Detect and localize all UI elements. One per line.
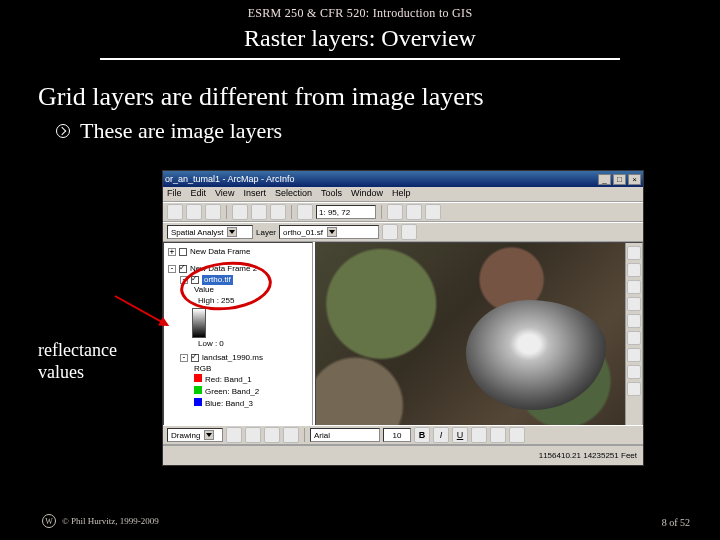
menu-file[interactable]: File: [167, 188, 182, 200]
print-icon[interactable]: [205, 204, 221, 220]
drawing-toolbar: Drawing Arial 10 B I U: [163, 425, 643, 445]
chevron-down-icon[interactable]: [227, 227, 237, 237]
analyst-label: Spatial Analyst: [171, 228, 223, 237]
spatial-analyst-toolbar: Spatial Analyst Layer ortho_01.sf: [163, 222, 643, 242]
page-number: 8 of 52: [662, 517, 690, 528]
contour-icon[interactable]: [401, 224, 417, 240]
full-extent-icon[interactable]: [627, 297, 641, 311]
spatial-analyst-menu[interactable]: Spatial Analyst: [167, 225, 253, 239]
zoom-in-icon[interactable]: [627, 246, 641, 260]
identify-icon[interactable]: [627, 331, 641, 345]
legend-high: High : 255: [198, 296, 308, 307]
menu-help[interactable]: Help: [392, 188, 411, 200]
rectangle-icon[interactable]: [264, 427, 280, 443]
grayscale-ramp-icon: [192, 308, 206, 338]
layer-landsat[interactable]: - landsat_1990.ms: [180, 353, 308, 364]
checkbox[interactable]: [191, 354, 199, 362]
menu-insert[interactable]: Insert: [243, 188, 266, 200]
red-swatch-icon: [194, 374, 202, 382]
minimize-button[interactable]: _: [598, 174, 611, 185]
pan-icon[interactable]: [627, 280, 641, 294]
legend-low: Low : 0: [198, 339, 308, 350]
green-swatch-icon: [194, 386, 202, 394]
text-icon[interactable]: [283, 427, 299, 443]
menu-edit[interactable]: Edit: [191, 188, 207, 200]
coordinates-readout: 1156410.21 14235251 Feet: [539, 451, 637, 460]
menu-view[interactable]: View: [215, 188, 234, 200]
save-icon[interactable]: [186, 204, 202, 220]
chevron-down-icon[interactable]: [327, 227, 337, 237]
find-icon[interactable]: [627, 348, 641, 362]
close-button[interactable]: ×: [628, 174, 641, 185]
rotate-icon[interactable]: [245, 427, 261, 443]
collapse-icon[interactable]: -: [180, 354, 188, 362]
fill-color-icon[interactable]: [490, 427, 506, 443]
titlebar[interactable]: or_an_tumal1 - ArcMap - ArcInfo _ □ ×: [163, 171, 643, 187]
bullet-arrow-icon: [56, 124, 70, 138]
pointer-icon[interactable]: [627, 382, 641, 396]
band-blue: Blue: Band_3: [194, 398, 308, 410]
line-color-icon[interactable]: [509, 427, 525, 443]
menubar[interactable]: File Edit View Insert Selection Tools Wi…: [163, 187, 643, 202]
cut-icon[interactable]: [232, 204, 248, 220]
data-frame-label: New Data Frame 2: [190, 264, 257, 275]
expand-icon[interactable]: +: [168, 248, 176, 256]
table-of-contents[interactable]: + New Data Frame - New Data Frame 2 - or…: [163, 242, 313, 447]
data-frame-1[interactable]: + New Data Frame: [168, 247, 308, 258]
separator-icon: [381, 205, 382, 219]
collapse-icon[interactable]: -: [180, 276, 188, 284]
menu-window[interactable]: Window: [351, 188, 383, 200]
measure-icon[interactable]: [627, 365, 641, 379]
underline-button[interactable]: U: [452, 427, 468, 443]
separator-icon: [226, 205, 227, 219]
help-icon[interactable]: [425, 204, 441, 220]
checkbox[interactable]: [179, 248, 187, 256]
window-title: or_an_tumal1 - ArcMap - ArcInfo: [165, 174, 596, 184]
histogram-icon[interactable]: [382, 224, 398, 240]
layer-dropdown[interactable]: ortho_01.sf: [279, 225, 379, 239]
font-select[interactable]: Arial: [310, 428, 380, 442]
slide-title: Raster layers: Overview: [100, 21, 620, 60]
data-frame-2[interactable]: - New Data Frame 2: [168, 264, 308, 275]
separator-icon: [291, 205, 292, 219]
checkbox[interactable]: [179, 265, 187, 273]
paste-icon[interactable]: [270, 204, 286, 220]
menu-selection[interactable]: Selection: [275, 188, 312, 200]
collapse-icon[interactable]: -: [168, 265, 176, 273]
open-icon[interactable]: [167, 204, 183, 220]
maximize-button[interactable]: □: [613, 174, 626, 185]
band-green: Green: Band_2: [194, 386, 308, 398]
select-icon[interactable]: [627, 314, 641, 328]
copy-icon[interactable]: [251, 204, 267, 220]
chevron-down-icon[interactable]: [204, 430, 214, 440]
footer-left: W © Phil Hurvitz, 1999-2009: [42, 514, 159, 528]
drawing-menu[interactable]: Drawing: [167, 428, 223, 442]
font-size-input[interactable]: 10: [383, 428, 411, 442]
blue-swatch-icon: [194, 398, 202, 406]
map-canvas[interactable]: [315, 242, 643, 447]
arcmap-window: or_an_tumal1 - ArcMap - ArcInfo _ □ × Fi…: [162, 170, 644, 466]
menu-tools[interactable]: Tools: [321, 188, 342, 200]
heading: Grid layers are different from image lay…: [0, 72, 720, 118]
band-red: Red: Band_1: [194, 374, 308, 386]
layer-label: Layer: [256, 228, 276, 237]
catalog-icon[interactable]: [406, 204, 422, 220]
rgb-label: RGB: [194, 364, 308, 375]
add-data-icon[interactable]: [297, 204, 313, 220]
layer-ortho[interactable]: - ortho.tif: [180, 275, 308, 286]
uw-logo-icon: W: [42, 514, 56, 528]
select-element-icon[interactable]: [226, 427, 242, 443]
font-color-icon[interactable]: [471, 427, 487, 443]
checkbox[interactable]: [191, 276, 199, 284]
zoom-out-icon[interactable]: [627, 263, 641, 277]
scale-input[interactable]: 1: 95, 72: [316, 205, 376, 219]
main-area: + New Data Frame - New Data Frame 2 - or…: [163, 242, 643, 447]
copyright: © Phil Hurvitz, 1999-2009: [62, 516, 159, 526]
toolbox-icon[interactable]: [387, 204, 403, 220]
layer-name: ortho.tif: [202, 275, 233, 286]
annotation-arrow: [115, 295, 168, 326]
italic-button[interactable]: I: [433, 427, 449, 443]
value-label: Value: [194, 285, 308, 296]
layer-name: landsat_1990.ms: [202, 353, 263, 364]
bold-button[interactable]: B: [414, 427, 430, 443]
